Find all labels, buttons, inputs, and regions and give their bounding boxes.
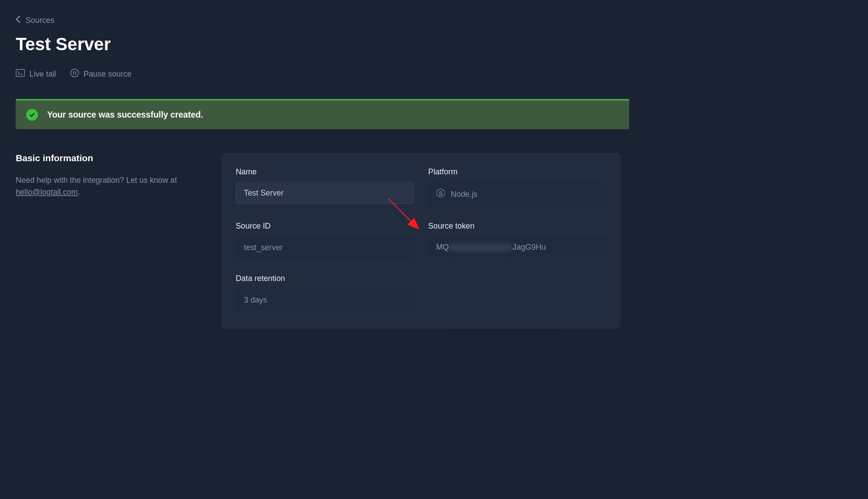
source-id-text: test_server bbox=[244, 243, 283, 252]
data-retention-text: 3 days bbox=[244, 295, 267, 304]
pause-source-label: Pause source bbox=[84, 70, 132, 79]
content: Basic information Need help with the int… bbox=[16, 153, 629, 329]
source-id-field: Source ID test_server bbox=[236, 222, 414, 258]
svg-rect-0 bbox=[16, 70, 24, 77]
success-alert: Your source was successfully created. bbox=[16, 99, 629, 129]
help-prefix: Need help with the integration? Let us k… bbox=[16, 176, 177, 185]
data-retention-label: Data retention bbox=[236, 274, 414, 283]
source-id-value[interactable]: test_server bbox=[236, 237, 414, 258]
section-title: Basic information bbox=[16, 153, 206, 163]
name-label: Name bbox=[236, 167, 414, 177]
platform-text: Node.js bbox=[451, 189, 477, 199]
nodejs-icon bbox=[436, 189, 445, 200]
help-email-link[interactable]: hello@logtail.com bbox=[16, 188, 78, 196]
chevron-left-icon bbox=[16, 16, 20, 25]
svg-point-2 bbox=[71, 69, 79, 77]
help-text: Need help with the integration? Let us k… bbox=[16, 174, 206, 198]
terminal-icon bbox=[16, 69, 25, 79]
pause-icon bbox=[70, 69, 79, 79]
platform-label: Platform bbox=[428, 167, 606, 177]
name-input[interactable] bbox=[236, 182, 414, 204]
svg-marker-5 bbox=[437, 189, 445, 197]
token-masked: xxxxxxxxxxxxxxx bbox=[449, 243, 512, 252]
breadcrumb-label: Sources bbox=[26, 16, 54, 25]
data-retention-value[interactable]: 3 days bbox=[236, 289, 414, 310]
help-suffix: . bbox=[78, 188, 80, 196]
live-tail-label: Live tail bbox=[30, 70, 56, 79]
form-panel: Name Platform Node.js Sou bbox=[221, 153, 620, 329]
platform-field: Platform Node.js bbox=[428, 167, 606, 206]
data-retention-field: Data retention 3 days bbox=[236, 274, 414, 310]
platform-value[interactable]: Node.js bbox=[428, 182, 606, 206]
source-id-label: Source ID bbox=[236, 222, 414, 231]
alert-message: Your source was successfully created. bbox=[47, 110, 203, 120]
check-circle-icon bbox=[26, 109, 38, 121]
pause-source-button[interactable]: Pause source bbox=[70, 69, 132, 79]
page-title: Test Server bbox=[16, 34, 629, 54]
source-token-label: Source token bbox=[428, 222, 606, 231]
live-tail-button[interactable]: Live tail bbox=[16, 69, 56, 79]
sidebar-info: Basic information Need help with the int… bbox=[16, 153, 206, 329]
action-bar: Live tail Pause source bbox=[16, 69, 629, 79]
source-token-field: Source token MQxxxxxxxxxxxxxxxJagG9Hu bbox=[428, 222, 606, 258]
source-token-value[interactable]: MQxxxxxxxxxxxxxxxJagG9Hu bbox=[428, 237, 606, 258]
name-field: Name bbox=[236, 167, 414, 206]
token-suffix: JagG9Hu bbox=[512, 243, 545, 252]
token-prefix: MQ bbox=[436, 243, 449, 252]
breadcrumb[interactable]: Sources bbox=[16, 16, 629, 25]
